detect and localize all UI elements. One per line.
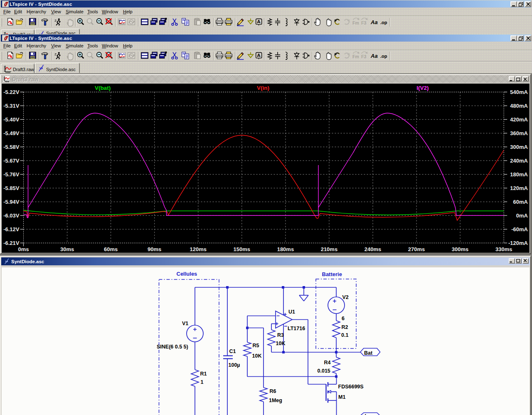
svg-text:-6.21V: -6.21V — [3, 240, 20, 246]
svg-text:V(in): V(in) — [257, 85, 269, 91]
svg-text:Cellules: Cellules — [177, 271, 197, 277]
svg-text:V1: V1 — [182, 321, 188, 326]
svg-text:R2: R2 — [342, 324, 348, 330]
svg-text:Bat: Bat — [364, 350, 373, 356]
svg-text:U1: U1 — [288, 309, 295, 315]
svg-text:-5.31V: -5.31V — [3, 103, 20, 109]
svg-text:R1: R1 — [200, 371, 207, 377]
svg-text:-5.40V: -5.40V — [3, 116, 20, 123]
svg-text:-5.94V: -5.94V — [3, 199, 20, 205]
svg-text:300ms: 300ms — [452, 246, 468, 252]
svg-text:420mA: 420mA — [510, 116, 528, 123]
svg-text:C1: C1 — [229, 348, 236, 354]
svg-text:0.1: 0.1 — [341, 332, 348, 338]
svg-text:180mA: 180mA — [510, 171, 528, 178]
svg-text:V2: V2 — [342, 294, 349, 300]
svg-text:In: In — [365, 413, 369, 415]
svg-text:210ms: 210ms — [321, 246, 337, 252]
svg-text:-120mA: -120mA — [508, 240, 528, 246]
svg-text:330ms: 330ms — [495, 246, 512, 252]
svg-text:0.015: 0.015 — [318, 368, 330, 374]
svg-text:-60mA: -60mA — [511, 226, 528, 232]
svg-text:V(bat): V(bat) — [95, 85, 111, 91]
svg-text:10K: 10K — [252, 353, 262, 359]
svg-text:270ms: 270ms — [408, 246, 425, 252]
svg-text:R5: R5 — [253, 343, 259, 348]
svg-text:1Meg: 1Meg — [269, 398, 282, 403]
svg-text:30ms: 30ms — [60, 246, 74, 252]
svg-text:0ms: 0ms — [18, 246, 29, 252]
svg-text:-5.67V: -5.67V — [3, 158, 20, 164]
svg-text:-5.58V: -5.58V — [3, 144, 20, 150]
svg-text:I(V2): I(V2) — [416, 85, 429, 91]
svg-text:480mA: 480mA — [510, 103, 528, 109]
svg-text:M1: M1 — [338, 394, 345, 400]
svg-text:360mA: 360mA — [510, 130, 528, 136]
svg-text:-5.85V: -5.85V — [3, 185, 20, 191]
svg-text:-5.76V: -5.76V — [3, 171, 20, 178]
svg-text:240mA: 240mA — [510, 158, 528, 164]
svg-text:60mA: 60mA — [513, 199, 528, 205]
svg-text:540mA: 540mA — [510, 89, 528, 95]
svg-text:-5.22V: -5.22V — [3, 89, 20, 95]
svg-text:-6.03V: -6.03V — [3, 212, 20, 219]
svg-text:120ms: 120ms — [190, 246, 207, 252]
svg-text:LT1716: LT1716 — [288, 326, 305, 331]
svg-text:-6.12V: -6.12V — [3, 226, 20, 232]
svg-text:Batterie: Batterie — [322, 271, 342, 277]
svg-text:FDS6699S: FDS6699S — [338, 384, 364, 390]
svg-text:SINE(6 0.5 5): SINE(6 0.5 5) — [157, 344, 188, 350]
svg-text:R6: R6 — [270, 388, 276, 394]
svg-text:R4: R4 — [324, 360, 331, 366]
svg-text:180ms: 180ms — [277, 246, 294, 252]
svg-text:240ms: 240ms — [365, 246, 381, 252]
svg-text:-5.49V: -5.49V — [3, 130, 20, 136]
svg-text:6: 6 — [342, 316, 345, 321]
svg-text:90ms: 90ms — [148, 246, 161, 252]
svg-text:120mA: 120mA — [510, 185, 528, 191]
svg-text:60ms: 60ms — [104, 246, 118, 252]
svg-text:300mA: 300mA — [510, 144, 528, 150]
svg-text:100µ: 100µ — [229, 362, 240, 368]
svg-text:0mA: 0mA — [516, 212, 528, 219]
svg-text:150ms: 150ms — [234, 246, 250, 252]
svg-text:R3: R3 — [277, 332, 284, 338]
svg-text:1: 1 — [201, 379, 204, 385]
svg-text:10K: 10K — [276, 341, 286, 346]
